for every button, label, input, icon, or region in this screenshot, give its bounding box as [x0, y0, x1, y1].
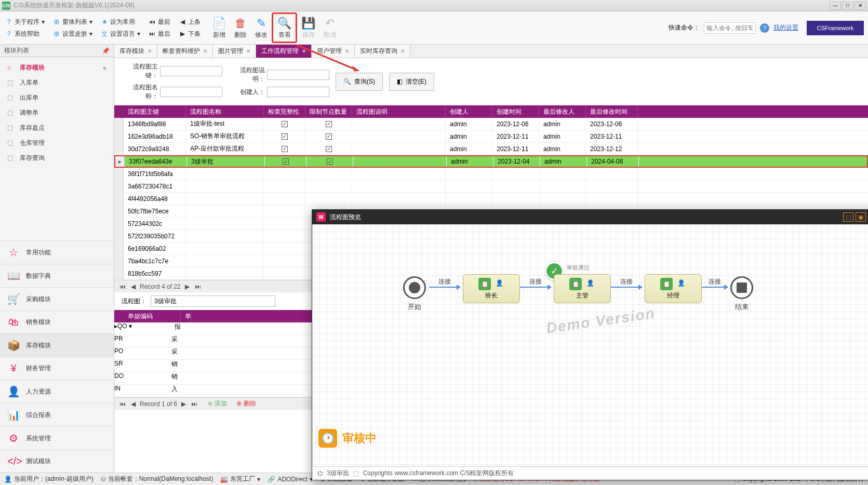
- tab-3[interactable]: 工作流程管理✕: [256, 45, 312, 58]
- preview-min-button[interactable]: ▢: [843, 212, 853, 222]
- key-input[interactable]: [160, 66, 222, 76]
- tab-5[interactable]: 实时库存查询✕: [355, 45, 410, 58]
- flow-name-input[interactable]: [151, 295, 275, 307]
- pager-last[interactable]: ⏭: [194, 283, 202, 290]
- sidebar-item-1[interactable]: ⬚出库单: [0, 90, 114, 105]
- status-factory[interactable]: 🏭东莞工厂 ▾: [220, 475, 260, 483]
- about-button[interactable]: ?关于程序 ▾: [4, 17, 46, 28]
- module-icon: 👤: [7, 385, 20, 398]
- cube-icon: ⬚: [353, 470, 359, 477]
- creator-input[interactable]: [267, 87, 329, 97]
- table-row[interactable]: 1346fbd9af881级审批-test ✓ ✓ admin 2023-12-…: [114, 118, 868, 130]
- cube-icon: ⬚: [7, 94, 16, 102]
- sidebar-module-4[interactable]: 📦库存模块: [0, 333, 114, 357]
- sidebar-module-5[interactable]: ¥财务管理: [0, 357, 114, 380]
- syshelp-button[interactable]: ?系统帮助: [4, 29, 46, 39]
- lang-button[interactable]: 文设置语言 ▾: [100, 29, 141, 39]
- close-icon[interactable]: ✕: [203, 48, 207, 54]
- search-icon: 🔍: [343, 78, 351, 85]
- node-3[interactable]: 📋👤经理: [645, 274, 702, 303]
- close-icon[interactable]: ✕: [400, 48, 405, 54]
- db-icon: ⛁: [101, 476, 106, 483]
- factory-icon: 🏭: [220, 476, 228, 483]
- edit-button[interactable]: ✎修改: [251, 14, 272, 42]
- cube-icon: ⬚: [7, 109, 16, 117]
- preview-canvas[interactable]: 开始 连接 📋👤班长 连接 ✓ 审批通过 📋👤主管 连接 📋👤经理 连接 结束 …: [312, 224, 868, 466]
- table-row[interactable]: 162e3d96adb18SO-销售单审批流程 ✓ ✓ admin 2023-1…: [114, 130, 868, 143]
- next-button[interactable]: ▶下条: [178, 29, 202, 39]
- preview-titlebar[interactable]: W 流程图预览 ▢ ▣ ✕: [312, 210, 868, 224]
- user-icon: 👤: [676, 278, 686, 288]
- mysettings-link[interactable]: 我的设置: [773, 23, 798, 32]
- clear-button[interactable]: ◧清空(E): [389, 73, 434, 91]
- del-row-button[interactable]: ⊗ 删除: [236, 399, 256, 408]
- sidebar-item-0[interactable]: ⬚入库单: [0, 75, 114, 90]
- preview-max-button[interactable]: ▣: [856, 212, 866, 222]
- node-1[interactable]: 📋👤班长: [463, 274, 520, 303]
- preview-status: ⌬3级审批 ⬚Copyrights www.csframework.com C/…: [312, 466, 868, 480]
- desc-input[interactable]: [267, 70, 329, 80]
- sidebar-item-3[interactable]: ⬚库存盘点: [0, 120, 114, 136]
- sidebar-item-5[interactable]: ⬚库存查询: [0, 151, 114, 166]
- tab-1[interactable]: 帐套资料维护✕: [157, 45, 213, 58]
- close-button[interactable]: ✕: [854, 2, 866, 10]
- close-icon[interactable]: ✕: [302, 48, 306, 54]
- tab-0[interactable]: 库存模块✕: [114, 45, 157, 58]
- sidebar-module-8[interactable]: ⚙系统管理: [0, 426, 114, 450]
- sidebar-head-inventory[interactable]: ⌂库存模块«: [0, 60, 114, 75]
- search-form: 流程图主键： 流程图名称： 流程图说明： 创建人： 🔍查询(S) ◧清空(E): [114, 58, 868, 105]
- end-node[interactable]: 结束: [730, 276, 753, 312]
- sidebar-item-2[interactable]: ⬚调整单: [0, 105, 114, 120]
- skin-button[interactable]: ⊞设置皮肤 ▾: [52, 29, 94, 39]
- sidebar-module-1[interactable]: 📖数据字典: [0, 264, 114, 287]
- new-button[interactable]: 📄新增: [208, 14, 230, 42]
- winlist-button[interactable]: ⊞窗体列表 ▾: [52, 17, 94, 28]
- table-row[interactable]: 30d72c9a9248AP-应付款审批流程 ✓ ✓ admin 2023-12…: [114, 143, 868, 155]
- minimize-button[interactable]: —: [830, 2, 841, 10]
- status-ado[interactable]: 🔗ADODirect ▾: [268, 476, 312, 483]
- sidebar-module-3[interactable]: 🛍销售模块: [0, 311, 114, 333]
- del-button[interactable]: 🗑删除: [230, 14, 251, 42]
- close-icon[interactable]: ✕: [345, 48, 349, 54]
- sidebar-module-0[interactable]: ☆常用功能: [0, 240, 114, 264]
- sidebar-item-4[interactable]: ⬚仓库管理: [0, 136, 114, 151]
- sidebar-module-7[interactable]: 📊综合报表: [0, 403, 114, 426]
- quickcmd-input[interactable]: [704, 22, 756, 34]
- close-icon[interactable]: ✕: [246, 48, 250, 54]
- table-row[interactable]: 4f4492056a48: [114, 193, 868, 205]
- pager-first[interactable]: ⏮: [118, 283, 127, 290]
- node-2[interactable]: 📋👤主管: [554, 274, 611, 303]
- table-row[interactable]: 36f1f71fd5b6afa: [114, 168, 868, 180]
- last-button[interactable]: ⏭最后: [148, 29, 171, 39]
- tab-4[interactable]: 用户管理✕: [312, 45, 355, 58]
- module-icon: ¥: [7, 362, 20, 374]
- sidebar-module-2[interactable]: 🛒采购模块: [0, 287, 114, 311]
- sidebar-module-6[interactable]: 👤人力资源: [0, 380, 114, 403]
- close-icon[interactable]: ✕: [148, 48, 152, 54]
- first-button[interactable]: ⏮最前: [148, 17, 171, 28]
- tab-2[interactable]: 图片管理✕: [213, 45, 256, 58]
- table-row[interactable]: ▸ 33f07eeda643e3级审批 ✓ ✓ admin 2023-12-04…: [114, 155, 868, 168]
- sidebar: 模块列表📌 ⌂库存模块« ⬚入库单⬚出库单⬚调整单⬚库存盘点⬚仓库管理⬚库存查询…: [0, 45, 114, 473]
- pager-prev[interactable]: ◀: [130, 283, 137, 290]
- name-input[interactable]: [160, 87, 222, 97]
- sidebar-module-9[interactable]: </>测试模块: [0, 450, 114, 473]
- add-row-button[interactable]: ⊕ 添加: [208, 399, 227, 408]
- tree-icon: ⌬: [317, 470, 323, 477]
- csf-logo: CSFramework: [807, 21, 864, 35]
- help-icon[interactable]: ?: [760, 23, 769, 33]
- status-user: 👤当前用户：(admin-超级用户): [4, 475, 94, 483]
- maximize-button[interactable]: □: [842, 2, 853, 10]
- pin-icon[interactable]: 📌: [102, 47, 110, 55]
- start-node[interactable]: 开始: [403, 276, 426, 312]
- query-button[interactable]: 🔍查询(S): [336, 73, 383, 91]
- save-button: 💾保存: [297, 14, 319, 42]
- table-row[interactable]: 3a667230478c1: [114, 180, 868, 193]
- tabs: 库存模块✕帐套资料维护✕图片管理✕工作流程管理✕用户管理✕实时库存查询✕: [114, 45, 868, 58]
- setdefault-button[interactable]: ★设为常用: [100, 17, 141, 28]
- sidebar-header: 模块列表📌: [0, 45, 114, 57]
- view-button[interactable]: 🔍查看: [272, 12, 297, 43]
- module-icon: 📖: [7, 270, 20, 282]
- pager-next[interactable]: ▶: [184, 283, 191, 290]
- prev-button[interactable]: ◀上条: [178, 17, 202, 28]
